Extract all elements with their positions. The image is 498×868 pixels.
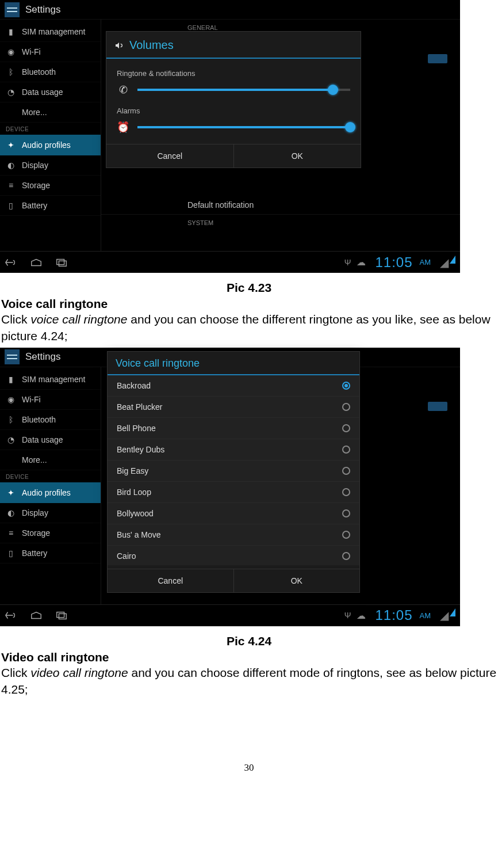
- radio-icon[interactable]: [342, 424, 350, 432]
- screenshot-volumes: Settings ▮SIM management ◉Wi-Fi ᛒBluetoo…: [0, 0, 460, 273]
- ringtone-option[interactable]: Bollywood: [108, 503, 359, 524]
- svg-rect-1: [59, 261, 66, 266]
- status-ampm: AM: [420, 611, 431, 620]
- ok-button[interactable]: OK: [233, 144, 361, 167]
- debug-icon: ☁: [357, 257, 366, 268]
- paragraph-video: Click video call ringtone and you can ch…: [1, 665, 497, 698]
- status-ampm: AM: [420, 258, 431, 267]
- settings-sidebar: ▮SIM management ◉Wi-Fi ᛒBluetooth ◔Data …: [0, 20, 101, 251]
- slider-ringtone[interactable]: ✆: [117, 83, 350, 96]
- back-icon[interactable]: [5, 258, 17, 267]
- sidebar-item-more[interactable]: More...: [0, 450, 101, 470]
- sidebar-item-audio-profiles[interactable]: ✦Audio profiles: [0, 482, 101, 503]
- radio-icon[interactable]: [342, 382, 350, 390]
- cancel-button[interactable]: Cancel: [108, 569, 233, 592]
- storage-icon: ≡: [6, 528, 16, 538]
- slider-alarms[interactable]: ⏰: [117, 121, 350, 134]
- sim-icon: ▮: [6, 374, 16, 384]
- heading-voice-call-ringtone: Voice call ringtone: [1, 296, 497, 311]
- ringtone-option-label: Big Easy: [117, 466, 148, 475]
- ringtone-option-label: Backroad: [117, 381, 151, 390]
- svg-rect-2: [57, 612, 64, 618]
- ringtone-option-label: Bird Loop: [117, 488, 151, 497]
- status-time: 11:05: [375, 607, 412, 623]
- sidebar-item-storage[interactable]: ≡Storage: [0, 176, 101, 196]
- caption-1: Pic 4.23: [1, 281, 497, 295]
- radio-icon[interactable]: [342, 552, 350, 560]
- ok-button[interactable]: OK: [233, 569, 360, 592]
- radio-icon[interactable]: [342, 509, 350, 517]
- signal-icon: ◢: [440, 256, 455, 269]
- ringtone-option-label: Bell Phone: [117, 424, 156, 433]
- sidebar-item-bluetooth[interactable]: ᛒBluetooth: [0, 410, 101, 430]
- usb-icon: Ψ: [344, 611, 351, 620]
- slider-track[interactable]: [137, 126, 350, 128]
- svg-rect-3: [59, 614, 66, 619]
- ringtone-option-label: Bollywood: [117, 509, 154, 518]
- sidebar-item-bluetooth[interactable]: ᛒBluetooth: [0, 62, 101, 82]
- ringtone-dialog: Voice call ringtone BackroadBeat Plucker…: [107, 351, 360, 593]
- home-icon[interactable]: [30, 258, 43, 267]
- ringtone-option[interactable]: Bird Loop: [108, 482, 359, 503]
- ringtone-option[interactable]: Bus' a Move: [108, 524, 359, 546]
- radio-icon[interactable]: [342, 531, 350, 539]
- volumes-dialog: Volumes Ringtone & notifications ✆ Alarm…: [106, 31, 361, 168]
- sidebar-item-storage[interactable]: ≡Storage: [0, 523, 101, 543]
- sidebar-item-datausage[interactable]: ◔Data usage: [0, 82, 101, 102]
- dialog-title: Voice call ringtone: [108, 352, 359, 375]
- sidebar-item-display[interactable]: ◐Display: [0, 155, 101, 176]
- sidebar-item-wifi[interactable]: ◉Wi-Fi: [0, 42, 101, 62]
- display-icon: ◐: [6, 508, 16, 518]
- slider-thumb[interactable]: [328, 85, 338, 95]
- radio-icon[interactable]: [342, 467, 350, 475]
- ringtone-option[interactable]: Bell Phone: [108, 418, 359, 439]
- recent-icon[interactable]: [55, 258, 68, 267]
- home-icon[interactable]: [30, 611, 43, 620]
- bluetooth-icon: ᛒ: [6, 67, 16, 77]
- recent-icon[interactable]: [55, 611, 68, 620]
- ringtone-option[interactable]: Big Easy: [108, 460, 359, 482]
- wifi-icon: ◉: [6, 394, 16, 405]
- radio-icon[interactable]: [342, 446, 350, 454]
- ringtone-option[interactable]: Cairo: [108, 546, 359, 565]
- sidebar-item-sim[interactable]: ▮SIM management: [0, 370, 101, 390]
- ringtone-option[interactable]: Backroad: [108, 375, 359, 397]
- radio-icon[interactable]: [342, 403, 350, 411]
- audio-icon: ✦: [6, 488, 16, 498]
- dialog-title: Volumes: [106, 32, 361, 59]
- ringtone-option[interactable]: Bentley Dubs: [108, 439, 359, 460]
- wifi-icon: ◉: [6, 47, 16, 57]
- storage-icon: ≡: [6, 180, 16, 191]
- slider-thumb[interactable]: [345, 122, 355, 132]
- screenshot-ringtone-list: Settings ▮SIM management ◉Wi-Fi ᛒBluetoo…: [0, 348, 460, 626]
- section-system: SYSTEM: [101, 215, 460, 230]
- app-title: Settings: [25, 351, 60, 363]
- sidebar-item-audio-profiles[interactable]: ✦Audio profiles: [0, 135, 101, 155]
- battery-icon: ▯: [6, 200, 16, 211]
- back-icon[interactable]: [5, 611, 17, 620]
- sidebar-item-battery[interactable]: ▯Battery: [0, 543, 101, 564]
- more-icon: [6, 455, 16, 465]
- ringtone-option-label: Bus' a Move: [117, 530, 161, 539]
- wifi-toggle-indicator[interactable]: [428, 54, 447, 63]
- sidebar-item-wifi[interactable]: ◉Wi-Fi: [0, 390, 101, 410]
- status-time: 11:05: [375, 254, 412, 271]
- row-default-notification[interactable]: Default notification: [101, 196, 460, 215]
- cancel-button[interactable]: Cancel: [106, 144, 233, 167]
- ringtone-options: BackroadBeat PluckerBell PhoneBentley Du…: [108, 375, 359, 565]
- sidebar-item-display[interactable]: ◐Display: [0, 503, 101, 523]
- sidebar-item-datausage[interactable]: ◔Data usage: [0, 430, 101, 450]
- ringtone-option-label: Cairo: [117, 551, 136, 561]
- heading-video-call-ringtone: Video call ringtone: [1, 649, 497, 665]
- sidebar-item-sim[interactable]: ▮SIM management: [0, 22, 101, 42]
- paragraph-voice: Click voice call ringtone and you can ch…: [1, 311, 497, 344]
- radio-icon[interactable]: [342, 488, 350, 496]
- wifi-toggle-indicator[interactable]: [428, 402, 447, 411]
- slider-track[interactable]: [137, 89, 350, 91]
- battery-icon: ▯: [6, 548, 16, 558]
- sim-icon: ▮: [6, 26, 16, 37]
- ringtone-option[interactable]: Beat Plucker: [108, 397, 359, 418]
- sidebar-item-battery[interactable]: ▯Battery: [0, 196, 101, 216]
- sidebar-section-device: DEVICE: [0, 470, 101, 482]
- sidebar-item-more[interactable]: More...: [0, 102, 101, 123]
